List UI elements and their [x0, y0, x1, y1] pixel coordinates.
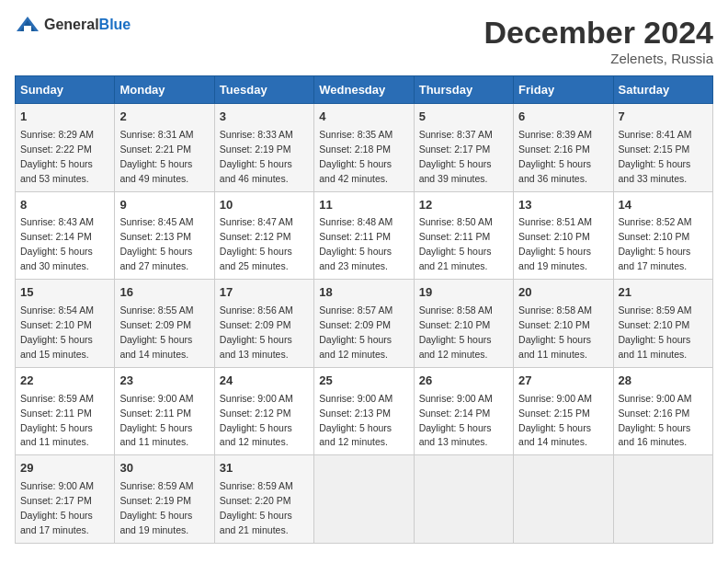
day-number: 28: [619, 373, 708, 390]
day-number: 12: [419, 197, 508, 214]
weekday-header: Friday: [514, 76, 613, 104]
day-info: Sunrise: 9:00 AM Sunset: 2:11 PM Dayligh…: [119, 393, 193, 448]
day-info: Sunrise: 9:00 AM Sunset: 2:13 PM Dayligh…: [319, 393, 392, 448]
day-number: 24: [220, 373, 309, 390]
day-info: Sunrise: 8:39 AM Sunset: 2:16 PM Dayligh…: [518, 129, 592, 184]
weekday-header: Thursday: [414, 76, 513, 104]
calendar-day-cell: 12Sunrise: 8:50 AM Sunset: 2:11 PM Dayli…: [414, 191, 513, 280]
calendar-day-cell: 5Sunrise: 8:37 AM Sunset: 2:17 PM Daylig…: [414, 104, 513, 192]
calendar-week-row: 8Sunrise: 8:43 AM Sunset: 2:14 PM Daylig…: [16, 191, 713, 280]
calendar-day-cell: 29Sunrise: 9:00 AM Sunset: 2:17 PM Dayli…: [16, 455, 115, 544]
calendar-day-cell: [613, 455, 712, 544]
calendar-week-row: 29Sunrise: 9:00 AM Sunset: 2:17 PM Dayli…: [16, 455, 713, 544]
logo-general: General: [44, 17, 99, 32]
day-info: Sunrise: 8:45 AM Sunset: 2:13 PM Dayligh…: [119, 216, 193, 271]
day-info: Sunrise: 8:54 AM Sunset: 2:10 PM Dayligh…: [20, 304, 94, 360]
calendar-day-cell: 15Sunrise: 8:54 AM Sunset: 2:10 PM Dayli…: [16, 280, 115, 368]
day-number: 16: [119, 284, 209, 302]
day-number: 25: [319, 373, 408, 390]
day-number: 26: [419, 373, 508, 390]
day-number: 14: [619, 197, 708, 214]
calendar-day-cell: 28Sunrise: 9:00 AM Sunset: 2:16 PM Dayli…: [613, 367, 712, 455]
day-info: Sunrise: 8:48 AM Sunset: 2:11 PM Dayligh…: [319, 216, 392, 271]
day-number: 7: [619, 109, 708, 126]
day-number: 23: [119, 373, 209, 390]
day-number: 5: [419, 109, 508, 126]
calendar-day-cell: 13Sunrise: 8:51 AM Sunset: 2:10 PM Dayli…: [514, 191, 613, 280]
calendar-day-cell: 2Sunrise: 8:31 AM Sunset: 2:21 PM Daylig…: [115, 104, 214, 192]
day-info: Sunrise: 8:51 AM Sunset: 2:10 PM Dayligh…: [518, 216, 592, 271]
day-info: Sunrise: 8:55 AM Sunset: 2:09 PM Dayligh…: [119, 304, 193, 360]
weekday-header: Tuesday: [214, 76, 313, 104]
day-info: Sunrise: 9:00 AM Sunset: 2:16 PM Dayligh…: [619, 393, 692, 448]
day-info: Sunrise: 9:00 AM Sunset: 2:17 PM Dayligh…: [20, 480, 94, 535]
day-number: 15: [20, 284, 109, 302]
calendar-day-cell: 25Sunrise: 9:00 AM Sunset: 2:13 PM Dayli…: [314, 367, 414, 455]
day-number: 3: [220, 109, 309, 126]
day-info: Sunrise: 8:35 AM Sunset: 2:18 PM Dayligh…: [319, 129, 392, 184]
calendar-day-cell: 20Sunrise: 8:58 AM Sunset: 2:10 PM Dayli…: [514, 280, 613, 368]
calendar-header-row: SundayMondayTuesdayWednesdayThursdayFrid…: [16, 76, 713, 104]
calendar-day-cell: [414, 455, 513, 544]
day-number: 18: [319, 284, 408, 302]
calendar-day-cell: 27Sunrise: 9:00 AM Sunset: 2:15 PM Dayli…: [514, 367, 613, 455]
location-subtitle: Zelenets, Russia: [483, 51, 713, 66]
weekday-header: Saturday: [613, 76, 712, 104]
day-number: 13: [518, 197, 608, 214]
calendar-day-cell: 6Sunrise: 8:39 AM Sunset: 2:16 PM Daylig…: [514, 104, 613, 192]
calendar-day-cell: 30Sunrise: 8:59 AM Sunset: 2:19 PM Dayli…: [115, 455, 214, 544]
day-number: 29: [20, 460, 109, 477]
calendar-day-cell: 9Sunrise: 8:45 AM Sunset: 2:13 PM Daylig…: [115, 191, 214, 280]
calendar-day-cell: 4Sunrise: 8:35 AM Sunset: 2:18 PM Daylig…: [314, 104, 414, 192]
day-info: Sunrise: 8:59 AM Sunset: 2:11 PM Dayligh…: [20, 393, 94, 448]
calendar-week-row: 15Sunrise: 8:54 AM Sunset: 2:10 PM Dayli…: [16, 280, 713, 368]
page-header: GeneralBlue December 2024 Zelenets, Russ…: [15, 15, 713, 66]
day-number: 9: [119, 197, 209, 214]
calendar-day-cell: 17Sunrise: 8:56 AM Sunset: 2:09 PM Dayli…: [214, 280, 313, 368]
svg-rect-2: [24, 26, 31, 31]
month-title: December 2024: [483, 15, 713, 51]
day-info: Sunrise: 8:37 AM Sunset: 2:17 PM Dayligh…: [419, 129, 493, 184]
day-info: Sunrise: 8:58 AM Sunset: 2:10 PM Dayligh…: [518, 304, 592, 360]
logo: GeneralBlue: [15, 15, 131, 35]
calendar-day-cell: 21Sunrise: 8:59 AM Sunset: 2:10 PM Dayli…: [613, 280, 712, 368]
day-info: Sunrise: 8:31 AM Sunset: 2:21 PM Dayligh…: [119, 129, 193, 184]
day-info: Sunrise: 8:43 AM Sunset: 2:14 PM Dayligh…: [20, 216, 94, 271]
day-number: 4: [319, 109, 408, 126]
title-area: December 2024 Zelenets, Russia: [483, 15, 713, 66]
day-number: 20: [518, 284, 608, 302]
calendar-day-cell: 23Sunrise: 9:00 AM Sunset: 2:11 PM Dayli…: [115, 367, 214, 455]
day-number: 27: [518, 373, 608, 390]
calendar-day-cell: 14Sunrise: 8:52 AM Sunset: 2:10 PM Dayli…: [613, 191, 712, 280]
day-info: Sunrise: 8:50 AM Sunset: 2:11 PM Dayligh…: [419, 216, 493, 271]
day-number: 30: [119, 460, 209, 477]
calendar-day-cell: 31Sunrise: 8:59 AM Sunset: 2:20 PM Dayli…: [214, 455, 313, 544]
day-info: Sunrise: 8:33 AM Sunset: 2:19 PM Dayligh…: [220, 129, 293, 184]
day-info: Sunrise: 8:47 AM Sunset: 2:12 PM Dayligh…: [220, 216, 293, 271]
calendar-day-cell: 11Sunrise: 8:48 AM Sunset: 2:11 PM Dayli…: [314, 191, 414, 280]
calendar-body: 1Sunrise: 8:29 AM Sunset: 2:22 PM Daylig…: [16, 104, 713, 544]
day-info: Sunrise: 8:41 AM Sunset: 2:15 PM Dayligh…: [619, 129, 692, 184]
calendar-table: SundayMondayTuesdayWednesdayThursdayFrid…: [15, 75, 713, 544]
day-info: Sunrise: 8:57 AM Sunset: 2:09 PM Dayligh…: [319, 304, 392, 360]
day-info: Sunrise: 8:59 AM Sunset: 2:19 PM Dayligh…: [119, 480, 193, 535]
calendar-day-cell: 8Sunrise: 8:43 AM Sunset: 2:14 PM Daylig…: [16, 191, 115, 280]
calendar-day-cell: 16Sunrise: 8:55 AM Sunset: 2:09 PM Dayli…: [115, 280, 214, 368]
calendar-day-cell: 10Sunrise: 8:47 AM Sunset: 2:12 PM Dayli…: [214, 191, 313, 280]
day-number: 19: [419, 284, 508, 302]
calendar-day-cell: 19Sunrise: 8:58 AM Sunset: 2:10 PM Dayli…: [414, 280, 513, 368]
day-info: Sunrise: 8:56 AM Sunset: 2:09 PM Dayligh…: [220, 304, 293, 360]
calendar-day-cell: 26Sunrise: 9:00 AM Sunset: 2:14 PM Dayli…: [414, 367, 513, 455]
calendar-week-row: 22Sunrise: 8:59 AM Sunset: 2:11 PM Dayli…: [16, 367, 713, 455]
day-info: Sunrise: 8:29 AM Sunset: 2:22 PM Dayligh…: [20, 129, 94, 184]
day-number: 6: [518, 109, 608, 126]
day-number: 22: [20, 373, 109, 390]
day-info: Sunrise: 9:00 AM Sunset: 2:15 PM Dayligh…: [518, 393, 592, 448]
day-number: 2: [119, 109, 209, 126]
calendar-day-cell: [314, 455, 414, 544]
day-number: 11: [319, 197, 408, 214]
weekday-header: Sunday: [16, 76, 115, 104]
day-info: Sunrise: 8:59 AM Sunset: 2:10 PM Dayligh…: [619, 304, 692, 360]
day-number: 17: [220, 284, 309, 302]
logo-icon: [15, 15, 40, 35]
